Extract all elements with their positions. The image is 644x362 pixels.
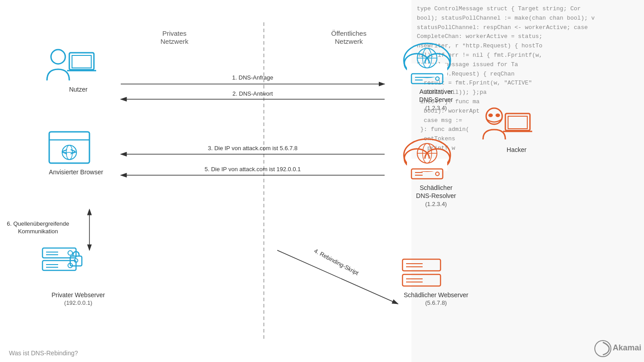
svg-text:Was ist DNS-Rebinding?: Was ist DNS-Rebinding? [9,349,78,357]
svg-rect-71 [42,261,76,270]
privater-webserver-icon [42,248,82,270]
svg-rect-67 [42,248,76,258]
svg-text:5. Die IP von attack.com ist 1: 5. Die IP von attack.com ist 192.0.0.1 [204,166,301,173]
svg-text:Privates: Privates [162,29,186,37]
svg-rect-22 [72,55,91,68]
nutzer-person-icon [47,50,69,80]
svg-line-13 [277,250,398,304]
svg-text:4. Rebinding-Skript: 4. Rebinding-Skript [313,247,360,276]
svg-text:Privater Webserver: Privater Webserver [51,291,105,299]
svg-text:3. Die IP von attack.com ist 5: 3. Die IP von attack.com ist 5.6.7.8 [208,145,298,152]
svg-point-43 [66,145,72,160]
svg-text:2. DNS-Antwort: 2. DNS-Antwort [233,90,273,97]
svg-text:1. DNS-Anfrage: 1. DNS-Anfrage [232,74,273,81]
svg-point-76 [74,259,78,262]
svg-rect-21 [69,53,94,70]
nutzer-laptop-icon [67,53,96,71]
svg-point-70 [68,251,72,255]
svg-rect-75 [70,256,82,266]
anvisierter-browser-icon: < > [49,132,89,163]
svg-text:Netzwerk: Netzwerk [335,38,363,45]
svg-text:Kommunikation: Kommunikation [18,228,58,235]
svg-text:Netzwerk: Netzwerk [161,38,189,45]
code-background: type ControlMessage struct { Target stri… [411,0,644,362]
svg-rect-39 [49,132,89,163]
svg-point-74 [68,263,72,268]
svg-point-42 [62,145,76,160]
svg-text:(192.0.0.1): (192.0.0.1) [64,299,93,306]
svg-text:< >: < > [62,146,76,157]
svg-text:Nutzer: Nutzer [69,86,88,93]
svg-text:Öffentliches: Öffentliches [331,29,367,37]
svg-text:6. Quellenübergreifende: 6. Quellenübergreifende [7,220,69,227]
svg-point-20 [51,50,65,64]
svg-text:Anvisierter Browser: Anvisierter Browser [49,168,103,176]
